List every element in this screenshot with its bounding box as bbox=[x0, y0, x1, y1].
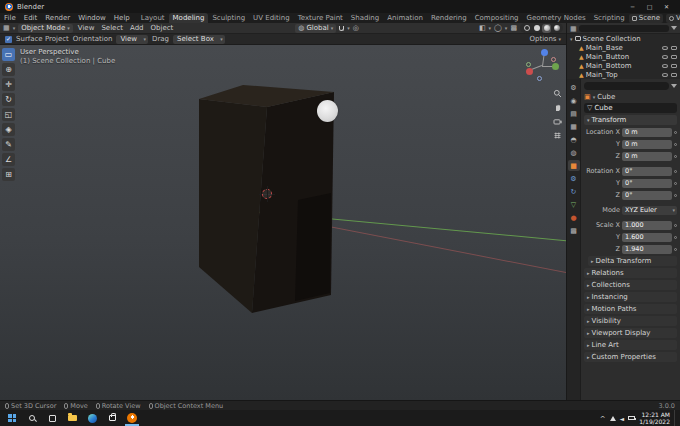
panel-visibility[interactable]: Visibility bbox=[584, 316, 677, 326]
gizmo-z-axis[interactable] bbox=[541, 49, 548, 56]
decorator-icon[interactable] bbox=[674, 131, 677, 134]
decorator-icon[interactable] bbox=[674, 170, 677, 173]
annotate-tool[interactable] bbox=[2, 138, 15, 151]
gizmo-neg-x-axis[interactable] bbox=[551, 57, 556, 62]
transform-orientation-dropdown[interactable]: Global bbox=[295, 24, 336, 33]
decorator-icon[interactable] bbox=[674, 194, 677, 197]
panel-line-art[interactable]: Line Art bbox=[584, 340, 677, 350]
orientation-dropdown[interactable]: View bbox=[116, 35, 148, 44]
filter-icon[interactable] bbox=[671, 84, 677, 88]
hide-viewport-eye-icon[interactable] bbox=[662, 73, 668, 77]
mode-dropdown[interactable]: Object Mode bbox=[18, 24, 73, 33]
toggle-perspective-icon[interactable] bbox=[553, 131, 562, 140]
gizmo-dropdown-icon[interactable] bbox=[489, 24, 492, 32]
disable-render-camera-icon[interactable] bbox=[671, 46, 677, 50]
scale-x-field[interactable]: 1.000 bbox=[622, 221, 672, 230]
pan-hand-icon[interactable] bbox=[553, 103, 562, 112]
outliner-editor-icon[interactable] bbox=[570, 24, 577, 33]
editor-type-icon[interactable] bbox=[3, 24, 10, 32]
filter-icon[interactable] bbox=[671, 26, 677, 30]
object-name-field[interactable]: Cube bbox=[584, 103, 677, 113]
minimize-button[interactable] bbox=[624, 0, 641, 13]
panel-instancing[interactable]: Instancing bbox=[584, 292, 677, 302]
workspace-tab-compositing[interactable]: Compositing bbox=[471, 13, 523, 23]
panel-relations[interactable]: Relations bbox=[584, 268, 677, 278]
menu-file[interactable]: File bbox=[0, 13, 20, 23]
scale-z-field[interactable]: 1.940 bbox=[622, 245, 672, 254]
outliner-row-main-base[interactable]: Main_Base bbox=[567, 43, 680, 52]
menu-help[interactable]: Help bbox=[110, 13, 134, 23]
measure-tool[interactable] bbox=[2, 153, 15, 166]
tab-modifiers[interactable]: ⚙ bbox=[568, 173, 580, 184]
panel-delta-transform[interactable]: Delta Transform bbox=[588, 256, 677, 266]
workspace-tab-geometry-nodes[interactable]: Geometry Nodes bbox=[523, 13, 590, 23]
scene-selector[interactable]: Scene bbox=[629, 14, 663, 23]
panel-collections[interactable]: Collections bbox=[584, 280, 677, 290]
workspace-tab-shading[interactable]: Shading bbox=[347, 13, 383, 23]
add-cube-tool[interactable] bbox=[2, 168, 15, 181]
workspace-tab-modeling[interactable]: Modeling bbox=[169, 13, 209, 23]
location-y-field[interactable]: 0 m bbox=[622, 140, 672, 149]
menu-render[interactable]: Render bbox=[41, 13, 74, 23]
tab-tool[interactable]: ⚙ bbox=[568, 82, 580, 93]
outliner-search-input[interactable] bbox=[579, 25, 669, 32]
snap-magnet-icon[interactable] bbox=[339, 26, 344, 31]
workspace-tab-sculpting[interactable]: Sculpting bbox=[208, 13, 249, 23]
menu-edit[interactable]: Edit bbox=[20, 13, 42, 23]
expand-icon[interactable] bbox=[570, 35, 573, 43]
decorator-icon[interactable] bbox=[674, 182, 677, 185]
properties-search-input[interactable] bbox=[584, 82, 669, 90]
tab-material[interactable]: ● bbox=[568, 212, 580, 223]
rotation-mode-dropdown[interactable]: XYZ Euler bbox=[622, 206, 677, 215]
gizmo-x-axis[interactable] bbox=[526, 68, 533, 75]
taskbar-search-button[interactable] bbox=[22, 410, 42, 426]
workspace-tab-texture-paint[interactable]: Texture Paint bbox=[294, 13, 347, 23]
workspace-tab-rendering[interactable]: Rendering bbox=[427, 13, 471, 23]
tab-object-data[interactable]: ▽ bbox=[568, 199, 580, 210]
hide-viewport-eye-icon[interactable] bbox=[662, 64, 668, 68]
proportional-editing-icon[interactable] bbox=[353, 24, 359, 32]
cursor-tool[interactable] bbox=[2, 63, 15, 76]
panel-motion-paths[interactable]: Motion Paths bbox=[584, 304, 677, 314]
zoom-icon[interactable] bbox=[553, 89, 562, 98]
toggle-xray-icon[interactable]: ▩ bbox=[510, 24, 517, 32]
3d-viewport[interactable]: User Perspective (1) Scene Collection | … bbox=[0, 45, 566, 400]
menu-window[interactable]: Window bbox=[74, 13, 110, 23]
taskbar-clock[interactable]: 12:21 AM 1/19/2022 bbox=[639, 411, 670, 425]
hide-viewport-eye-icon[interactable] bbox=[662, 46, 668, 50]
rotate-tool[interactable] bbox=[2, 93, 15, 106]
scale-tool[interactable] bbox=[2, 108, 15, 121]
shading-material-button[interactable] bbox=[542, 24, 551, 33]
show-gizmo-icon[interactable]: ◧ bbox=[479, 24, 486, 32]
tab-physics[interactable]: ↻ bbox=[568, 186, 580, 197]
show-overlays-icon[interactable]: ◯ bbox=[494, 24, 502, 32]
disable-render-camera-icon[interactable] bbox=[671, 64, 677, 68]
viewport-menu-add[interactable]: Add bbox=[128, 24, 146, 32]
view-layer-selector[interactable]: ViewLayer bbox=[666, 14, 680, 23]
edge-button[interactable] bbox=[82, 410, 102, 426]
tab-output[interactable]: ▤ bbox=[568, 108, 580, 119]
camera-view-icon[interactable] bbox=[553, 117, 562, 126]
network-icon[interactable] bbox=[610, 416, 616, 421]
shading-wireframe-button[interactable] bbox=[522, 24, 531, 33]
location-z-field[interactable]: 0 m bbox=[622, 152, 672, 161]
decorator-icon[interactable] bbox=[674, 236, 677, 239]
decorator-icon[interactable] bbox=[674, 143, 677, 146]
rotation-z-field[interactable]: 0° bbox=[622, 191, 672, 200]
location-x-field[interactable]: 0 m bbox=[622, 128, 672, 137]
outliner-row-main-top[interactable]: Main_Top bbox=[567, 70, 680, 79]
task-view-button[interactable] bbox=[42, 410, 62, 426]
rotation-y-field[interactable]: 0° bbox=[622, 179, 672, 188]
decorator-icon[interactable] bbox=[674, 224, 677, 227]
start-button[interactable] bbox=[2, 410, 22, 426]
disable-render-camera-icon[interactable] bbox=[671, 55, 677, 59]
surface-project-checkbox[interactable] bbox=[5, 36, 12, 43]
cube-object[interactable] bbox=[195, 85, 336, 317]
drag-dropdown[interactable]: Select Box bbox=[173, 35, 225, 44]
store-button[interactable] bbox=[102, 410, 122, 426]
gizmo-neg-y-axis[interactable] bbox=[526, 62, 531, 67]
move-tool[interactable] bbox=[2, 78, 15, 91]
outliner-row-main-button[interactable]: Main_Button bbox=[567, 52, 680, 61]
show-desktop-button[interactable] bbox=[674, 410, 677, 426]
tab-view-layer[interactable]: ▦ bbox=[568, 121, 580, 132]
